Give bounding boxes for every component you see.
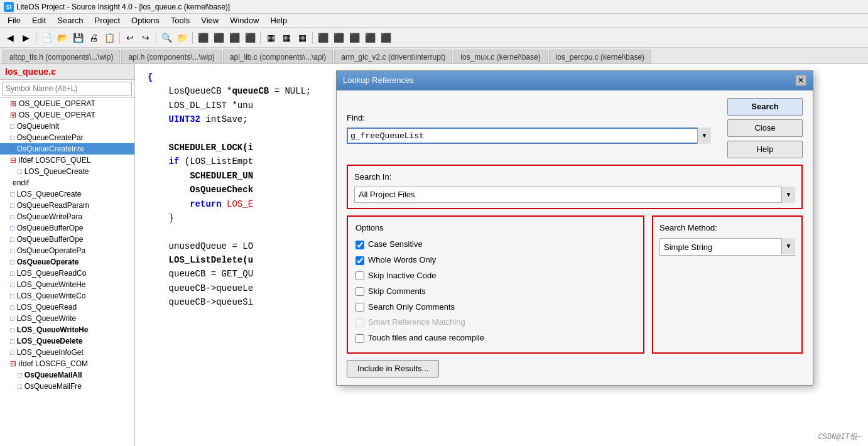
tab-1[interactable]: api.h (components\...\wip) [121, 50, 221, 63]
dialog-side-buttons: Search Close Help [727, 98, 803, 158]
tb-d5[interactable]: ⬛ [378, 30, 393, 45]
tb-b3[interactable]: ⬛ [227, 30, 242, 45]
menu-view[interactable]: View [196, 14, 224, 26]
checkbox-whole-words: Whole Words Only [355, 254, 636, 267]
sidebar-item[interactable]: □LOS_QueueWriteHe [0, 324, 134, 335]
menu-search[interactable]: Search [52, 14, 88, 26]
watermark: CSDN@IT银~ [818, 432, 862, 443]
search-button[interactable]: Search [727, 98, 803, 116]
tb-b2[interactable]: ⬛ [211, 30, 226, 45]
find-input-wrapper: ▼ [347, 128, 711, 144]
sidebar-item[interactable]: □OsQueueWritePara [0, 211, 134, 222]
sidebar-item[interactable]: □OsQueueCreateInte [0, 143, 134, 155]
menu-file[interactable]: File [3, 14, 26, 26]
tb-print[interactable]: 🖨 [86, 30, 101, 45]
case-sensitive-checkbox[interactable] [355, 241, 364, 249]
menu-window[interactable]: Window [225, 14, 264, 26]
tb-search[interactable]: 🔍 [159, 30, 174, 45]
sidebar-item-label: OsQueueOperate [17, 258, 79, 266]
sidebar-item[interactable]: □LOS_QueueInfoGet [0, 347, 134, 358]
tb-copy[interactable]: 📋 [102, 30, 117, 45]
tab-0[interactable]: altcp_tls.h (components\...\wip) [3, 50, 120, 63]
sidebar-item[interactable]: □LOS_QueueCreate [0, 166, 134, 177]
app-title: LiteOS Project - Source Insight 4.0 - [l… [16, 3, 230, 11]
tb-new[interactable]: 📄 [39, 30, 54, 45]
tb-undo[interactable]: ↩ [122, 30, 138, 45]
tab-bar: altcp_tls.h (components\...\wip) api.h (… [0, 48, 868, 64]
sidebar-item[interactable]: □LOS_QueueWrite [0, 313, 134, 324]
touch-files-checkbox[interactable] [355, 334, 364, 343]
tb-c2[interactable]: ▦ [279, 30, 294, 45]
tb-proj[interactable]: 📁 [175, 30, 190, 45]
sidebar-item[interactable]: □LOS_QueueCreate [0, 188, 134, 200]
skip-inactive-label: Skip Inactive Code [368, 269, 436, 283]
find-input[interactable] [347, 128, 711, 144]
sidebar-item[interactable]: □LOS_QueueWriteHe [0, 279, 134, 290]
smart-ref-checkbox[interactable] [355, 318, 364, 327]
tab-3[interactable]: arm_gic_v2.c (drivers\interrupt) [334, 50, 452, 63]
sidebar-item[interactable]: □LOS_QueueDelete [0, 335, 134, 347]
sidebar-search-input[interactable] [3, 82, 132, 95]
tb-open[interactable]: 📂 [55, 30, 70, 45]
search-method-select[interactable]: Simple String Regular Expression Fuzzy [659, 238, 795, 256]
sidebar-item[interactable]: □OsQueueCreatePar [0, 132, 134, 143]
tab-2[interactable]: api_lib.c (components\...\api) [223, 50, 333, 63]
smart-ref-label: Smart Reference Matching [368, 316, 465, 329]
tb-forward[interactable]: ▶ [18, 30, 33, 45]
dialog-close-button[interactable]: ✕ [795, 75, 806, 86]
find-dropdown-button[interactable]: ▼ [697, 128, 711, 144]
code-area: { LosQueueCB *queueCB = NULL; LOS_DL_LIS… [135, 64, 868, 446]
only-comments-checkbox[interactable] [355, 303, 364, 312]
sidebar-item-icon: □ [10, 224, 14, 232]
sidebar-item[interactable]: □OsQueueMailFre [0, 381, 134, 392]
include-results-button[interactable]: Include in Results... [347, 360, 439, 378]
sidebar-item[interactable]: □LOS_QueueWriteCo [0, 290, 134, 302]
sidebar-item-label: LOS_QueueWriteCo [17, 291, 86, 300]
menu-project[interactable]: Project [90, 14, 125, 26]
sidebar-item[interactable]: □OsQueueOperate [0, 256, 134, 268]
tb-d3[interactable]: ⬛ [347, 30, 362, 45]
skip-inactive-checkbox[interactable] [355, 271, 364, 280]
tb-d4[interactable]: ⬛ [362, 30, 377, 45]
tb-save[interactable]: 💾 [70, 30, 85, 45]
sidebar-item[interactable]: □LOS_QueueReadCo [0, 268, 134, 279]
tb-d2[interactable]: ⬛ [331, 30, 346, 45]
tb-redo[interactable]: ↪ [138, 30, 153, 45]
sidebar-item[interactable]: ⊟ifdef LOSCFG_QUEL [0, 155, 134, 166]
sidebar-item[interactable]: □OsQueueBufferOpe [0, 234, 134, 245]
search-in-select[interactable]: All Project Files Current File Project S… [354, 187, 795, 203]
whole-words-checkbox[interactable] [355, 256, 364, 265]
sidebar-item[interactable]: ⊟ifdef LOSCFG_COM [0, 358, 134, 369]
tb-back[interactable]: ◀ [3, 30, 18, 45]
sidebar-item[interactable]: ⊞OS_QUEUE_OPERAT [0, 109, 134, 121]
tb-c1[interactable]: ▦ [263, 30, 278, 45]
tb-d1[interactable]: ⬛ [315, 30, 330, 45]
sidebar-item-icon: □ [10, 202, 14, 209]
main-area: los_queue.c ⊞OS_QUEUE_OPERAT⊞OS_QUEUE_OP… [0, 64, 868, 446]
sidebar-item[interactable]: □OsQueueReadParam [0, 200, 134, 211]
tb-b4[interactable]: ⬛ [242, 30, 258, 45]
sidebar-item-label: OsQueueBufferOpe [17, 224, 84, 232]
sidebar-item[interactable]: □OsQueueBufferOpe [0, 222, 134, 234]
skip-comments-checkbox[interactable] [355, 287, 364, 296]
menu-tools[interactable]: Tools [166, 14, 195, 26]
tab-5[interactable]: los_percpu.c (kernel\base) [549, 50, 651, 63]
sidebar-item[interactable]: □OsQueueOperatePa [0, 245, 134, 256]
tb-b1[interactable]: ⬛ [195, 30, 210, 45]
close-button[interactable]: Close [727, 119, 803, 137]
help-button[interactable]: Help [727, 141, 803, 158]
sidebar-item-icon: □ [10, 269, 14, 277]
menu-options[interactable]: Options [126, 14, 165, 26]
tab-4[interactable]: los_mux.c (kernel\base) [453, 50, 547, 63]
sidebar-item[interactable]: □LOS_QueueRead [0, 302, 134, 313]
sidebar-item-label: LOS_QueueWriteHe [17, 280, 86, 289]
menu-edit[interactable]: Edit [27, 14, 51, 26]
sidebar-item[interactable]: □OsQueueInit [0, 121, 134, 132]
sidebar-item[interactable]: endif [0, 177, 134, 188]
sidebar-item[interactable]: □OsQueueMailAll [0, 369, 134, 381]
menu-help[interactable]: Help [265, 14, 292, 26]
sidebar-item[interactable]: ⊞OS_QUEUE_OPERAT [0, 98, 134, 109]
tb-c3[interactable]: ▦ [295, 30, 310, 45]
sidebar-item-icon: ⊞ [10, 99, 16, 108]
sidebar-item-icon: □ [10, 258, 14, 266]
